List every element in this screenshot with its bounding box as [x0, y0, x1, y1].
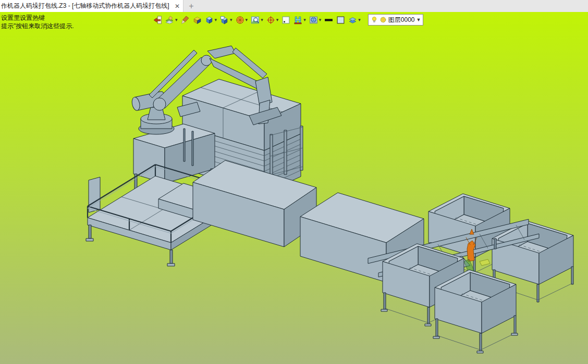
new-tab-button[interactable]: +: [183, 0, 199, 12]
line-width-button[interactable]: [323, 14, 334, 26]
unfold-box-icon: [193, 16, 202, 24]
globe-icon: [309, 16, 318, 24]
layer-color-icon[interactable]: [379, 16, 387, 23]
image-zoom-icon: [251, 16, 260, 24]
shaded-display-button[interactable]: ▾: [204, 14, 218, 26]
line-width-icon: [324, 16, 333, 24]
layers-button[interactable]: ▾: [347, 14, 362, 26]
render-mode-icon: [165, 16, 174, 24]
unfold-box-button[interactable]: [192, 14, 203, 26]
bulb-icon[interactable]: [371, 16, 378, 23]
color-swatch-icon: [336, 16, 345, 24]
hint-line-1: 设置里设置热键: [1, 14, 74, 22]
wheel-icon: [236, 16, 244, 24]
layers-icon: [348, 16, 357, 24]
view-cube-icon: [220, 16, 229, 24]
dropdown-caret[interactable]: ▾: [276, 17, 279, 22]
quick-toolbar: ▾ ▾ ▾: [152, 14, 423, 26]
render-mode-button[interactable]: ▾: [164, 14, 179, 26]
dropdown-caret[interactable]: ▾: [215, 17, 217, 22]
target-point-button[interactable]: ▾: [265, 14, 280, 26]
shaded-cube-icon: [205, 16, 214, 24]
dropdown-caret[interactable]: ▾: [319, 17, 322, 22]
point-display-button[interactable]: [280, 14, 291, 26]
dropdown-caret[interactable]: ▾: [230, 17, 232, 22]
brush-icon: [181, 16, 190, 24]
exit-button[interactable]: [152, 14, 163, 26]
section-wheel-button[interactable]: ▾: [235, 14, 249, 26]
close-icon[interactable]: ✕: [175, 3, 180, 9]
dropdown-caret[interactable]: ▾: [358, 17, 361, 22]
layer-selector[interactable]: 图层0000 ▼: [368, 14, 424, 26]
color-swatch-button[interactable]: [335, 14, 346, 26]
workbench-icon: [293, 16, 302, 24]
point-box-icon: [281, 16, 290, 24]
dropdown-caret[interactable]: ▾: [261, 17, 263, 22]
scene-background-button[interactable]: ▾: [308, 14, 323, 26]
viewport-3d[interactable]: [0, 0, 588, 364]
tab-bar: 作机器人码垛打包线.Z3 - [七轴移动式协作机器人码垛打包线] ✕ +: [0, 0, 588, 12]
dropdown-caret[interactable]: ▾: [303, 17, 306, 22]
view-orientation-button[interactable]: ▾: [219, 14, 234, 26]
workbench-button[interactable]: ▾: [292, 14, 307, 26]
hint-text: 设置里设置热键 提示"按钮来取消这些提示.: [1, 14, 74, 30]
dropdown-caret[interactable]: ▼: [416, 17, 421, 22]
zoom-image-button[interactable]: ▾: [250, 14, 264, 26]
dropdown-caret[interactable]: ▾: [246, 17, 248, 22]
exit-icon: [153, 16, 162, 24]
document-tab[interactable]: 作机器人码垛打包线.Z3 - [七轴移动式协作机器人码垛打包线] ✕: [0, 0, 183, 12]
tab-title: 作机器人码垛打包线.Z3 - [七轴移动式协作机器人码垛打包线]: [1, 2, 173, 10]
brush-button[interactable]: [180, 14, 191, 26]
target-icon: [266, 16, 275, 24]
layer-name: 图层0000: [388, 16, 415, 24]
dropdown-caret[interactable]: ▾: [175, 17, 178, 22]
hint-line-2: 提示"按钮来取消这些提示.: [1, 22, 74, 30]
